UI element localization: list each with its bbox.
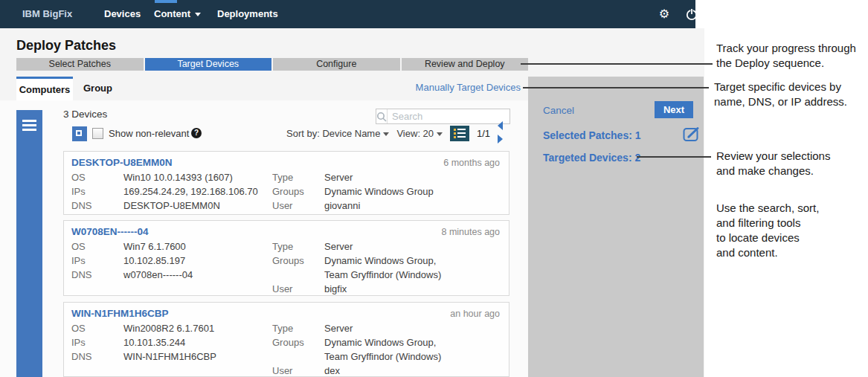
annotation-target: Target specific devices by name, DNS, or… (714, 80, 847, 109)
tab-computers[interactable]: Computers (16, 77, 73, 100)
device-name-link[interactable]: DESKTOP-U8EMM0N (71, 157, 173, 168)
show-non-relevant-checkbox[interactable] (92, 128, 103, 139)
field-label: OS (71, 323, 123, 334)
field-label: IPs (71, 255, 123, 266)
chevron-down-icon (195, 13, 201, 16)
type-value: Server (324, 323, 500, 334)
filter-rail[interactable] (16, 110, 42, 377)
os-value: Win2008R2 6.1.7601 (123, 323, 272, 334)
user-value: giovanni (324, 200, 500, 211)
last-seen: 8 minutes ago (441, 227, 500, 237)
step-review-and-deploy[interactable]: Review and Deploy (402, 58, 529, 71)
field-label: Groups (272, 186, 324, 197)
sort-by-dropdown[interactable]: Sort by: Device Name (286, 128, 389, 139)
prev-page-icon[interactable] (498, 121, 503, 130)
gear-icon[interactable]: ⚙ (658, 7, 671, 21)
groups-value: Dynamic Windows Group, (324, 255, 500, 266)
last-seen: an hour ago (450, 309, 500, 319)
field-label: DNS (71, 200, 123, 211)
callout-line (637, 156, 711, 158)
dns-value: WIN-N1FHM1H6CBP (123, 351, 272, 362)
next-page-icon[interactable] (498, 135, 503, 144)
dns-value: DESKTOP-U8EMM0N (123, 200, 272, 211)
selected-patches-summary: Selected Patches: 1 (543, 129, 641, 141)
view-count-dropdown[interactable]: View: 20 (396, 128, 443, 139)
callout-line (521, 63, 713, 65)
ips-value: 10.101.35.244 (123, 337, 272, 348)
device-card[interactable]: DESKTOP-U8EMM0N 6 months ago OS Win10 10… (63, 151, 509, 215)
pagination-label: 1/1 (477, 128, 490, 139)
deploy-sequence-bar: Select Patches Target Devices Configure … (16, 58, 528, 71)
step-configure[interactable]: Configure (273, 58, 400, 71)
next-button[interactable]: Next (655, 101, 693, 118)
groups-value: Dynamic Windows Group (324, 186, 500, 197)
field-label: OS (71, 241, 123, 252)
type-value: Server (324, 241, 500, 252)
field-label: User (272, 200, 324, 211)
user-value: dex (324, 365, 500, 376)
chevron-down-icon (437, 132, 443, 136)
app-logo: IBM BigFix (22, 0, 72, 28)
top-nav: IBM BigFix Devices Content Deployments ⚙ (0, 0, 695, 28)
device-card[interactable]: W0708EN------04 8 minutes ago OS Win7 6.… (63, 220, 509, 296)
targeted-devices-summary: Targeted Devices: 2 (543, 152, 640, 164)
annotation-progress: Track your progress through the Deploy s… (716, 41, 856, 71)
field-label: User (272, 283, 324, 294)
os-value: Win10 10.0.14393 (1607) (123, 172, 272, 183)
field-label: Type (272, 323, 324, 334)
nav-item-deployments[interactable]: Deployments (217, 0, 278, 28)
step-select-patches[interactable]: Select Patches (16, 58, 144, 71)
select-all-button[interactable] (72, 126, 87, 141)
os-value: Win7 6.1.7600 (123, 241, 272, 252)
page-title: Deploy Patches (16, 38, 116, 54)
list-view-icon (454, 129, 466, 131)
type-value: Server (324, 172, 500, 183)
field-label: DNS (71, 351, 123, 362)
list-view-button[interactable] (450, 126, 469, 141)
nav-item-devices[interactable]: Devices (104, 0, 141, 28)
list-controls: Sort by: Device Name View: 20 1/1 (286, 124, 509, 142)
show-non-relevant-label: Show non-relevant (109, 128, 189, 139)
dns-value: w0708en------04 (123, 269, 272, 280)
search-icon (376, 109, 388, 123)
device-card[interactable]: WIN-N1FHM1H6CBP an hour ago OS Win2008R2… (63, 302, 509, 377)
manually-target-devices-link[interactable]: Manually Target Devices (405, 82, 521, 93)
tab-group[interactable]: Group (83, 77, 112, 100)
field-label: Type (272, 172, 324, 183)
callout-line (523, 87, 709, 88)
annotation-search-tools: Use the search, sort, and filtering tool… (716, 201, 819, 260)
power-icon[interactable] (685, 7, 698, 21)
field-label: Groups (272, 255, 324, 266)
summary-panel: Cancel Next Selected Patches: 1 Targeted… (528, 77, 704, 377)
groups-value: Team Gryffindor (Windows) (324, 269, 500, 280)
user-value: bigfix (324, 283, 500, 294)
groups-value: Dynamic Windows Group, (324, 337, 500, 348)
menu-icon (22, 120, 36, 133)
field-label: Type (272, 241, 324, 252)
device-count: 3 Devices (63, 109, 107, 120)
field-label: IPs (71, 337, 123, 348)
ips-value: 10.102.85.197 (123, 255, 272, 266)
edit-icon[interactable] (683, 126, 701, 142)
annotation-review: Review your selections and make changes. (716, 149, 830, 178)
field-label: IPs (71, 186, 123, 197)
device-name-link[interactable]: W0708EN------04 (71, 226, 149, 237)
field-label: DNS (71, 269, 123, 280)
groups-value: Team Gryffindor (Windows) (324, 351, 500, 362)
ips-value: 169.254.24.29, 192.168.106.70 (123, 186, 272, 197)
field-label: User (272, 365, 324, 376)
device-name-link[interactable]: WIN-N1FHM1H6CBP (71, 308, 169, 319)
cancel-link[interactable]: Cancel (543, 105, 574, 116)
help-icon[interactable]: ? (191, 128, 202, 138)
chevron-down-icon (383, 132, 389, 136)
select-all-icon (76, 130, 82, 136)
deploy-patches-screen: IBM BigFix Devices Content Deployments ⚙… (0, 0, 868, 377)
step-target-devices[interactable]: Target Devices (145, 58, 272, 71)
search-box (376, 109, 510, 124)
last-seen: 6 months ago (443, 158, 500, 168)
nav-item-content[interactable]: Content (154, 0, 201, 28)
field-label: OS (71, 172, 123, 183)
field-label: Groups (272, 337, 324, 348)
